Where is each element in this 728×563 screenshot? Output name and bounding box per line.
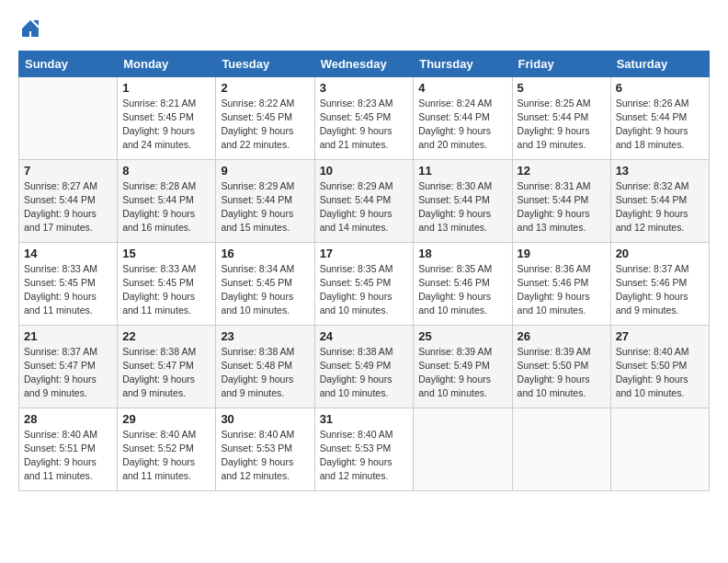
calendar-week-row: 7Sunrise: 8:27 AMSunset: 5:44 PMDaylight…	[19, 159, 710, 242]
day-number: 29	[122, 412, 210, 426]
day-info: Sunrise: 8:35 AMSunset: 5:46 PMDaylight:…	[418, 262, 506, 318]
page-header	[18, 15, 710, 43]
day-info: Sunrise: 8:35 AMSunset: 5:45 PMDaylight:…	[320, 262, 409, 318]
day-info: Sunrise: 8:40 AMSunset: 5:53 PMDaylight:…	[221, 428, 309, 484]
calendar-cell	[610, 408, 709, 490]
calendar-cell: 27Sunrise: 8:40 AMSunset: 5:50 PMDayligh…	[610, 325, 709, 408]
calendar-cell: 7Sunrise: 8:27 AMSunset: 5:44 PMDaylight…	[19, 159, 118, 242]
calendar-cell: 26Sunrise: 8:39 AMSunset: 5:50 PMDayligh…	[512, 325, 610, 408]
day-info: Sunrise: 8:39 AMSunset: 5:49 PMDaylight:…	[418, 345, 506, 401]
calendar-cell: 9Sunrise: 8:29 AMSunset: 5:44 PMDaylight…	[216, 159, 314, 242]
day-number: 16	[221, 247, 309, 260]
calendar-cell: 12Sunrise: 8:31 AMSunset: 5:44 PMDayligh…	[512, 159, 610, 242]
day-number: 2	[221, 81, 309, 95]
day-number: 14	[24, 247, 112, 260]
day-number: 24	[320, 329, 409, 343]
calendar-cell: 1Sunrise: 8:21 AMSunset: 5:45 PMDaylight…	[118, 76, 216, 159]
day-info: Sunrise: 8:36 AMSunset: 5:46 PMDaylight:…	[518, 262, 606, 318]
day-info: Sunrise: 8:26 AMSunset: 5:44 PMDaylight:…	[616, 97, 704, 153]
calendar-week-row: 21Sunrise: 8:37 AMSunset: 5:47 PMDayligh…	[19, 325, 710, 408]
weekday-header-friday: Friday	[512, 51, 610, 76]
logo	[18, 18, 40, 43]
day-number: 18	[418, 247, 506, 260]
day-info: Sunrise: 8:21 AMSunset: 5:45 PMDaylight:…	[122, 97, 210, 153]
day-number: 30	[221, 412, 309, 426]
calendar-cell: 16Sunrise: 8:34 AMSunset: 5:45 PMDayligh…	[216, 242, 314, 325]
day-number: 20	[616, 247, 704, 260]
calendar-cell: 2Sunrise: 8:22 AMSunset: 5:45 PMDaylight…	[216, 76, 314, 159]
weekday-header-wednesday: Wednesday	[314, 51, 414, 76]
day-number: 5	[518, 81, 606, 95]
calendar-cell: 31Sunrise: 8:40 AMSunset: 5:53 PMDayligh…	[314, 408, 414, 490]
day-number: 25	[418, 329, 506, 343]
day-info: Sunrise: 8:40 AMSunset: 5:51 PMDaylight:…	[24, 428, 112, 484]
day-number: 7	[24, 164, 112, 178]
calendar-week-row: 14Sunrise: 8:33 AMSunset: 5:45 PMDayligh…	[19, 242, 710, 325]
day-info: Sunrise: 8:37 AMSunset: 5:46 PMDaylight:…	[616, 262, 704, 318]
day-number: 9	[221, 164, 309, 178]
day-info: Sunrise: 8:29 AMSunset: 5:44 PMDaylight:…	[221, 179, 309, 236]
day-info: Sunrise: 8:31 AMSunset: 5:44 PMDaylight:…	[518, 179, 606, 236]
calendar-week-row: 28Sunrise: 8:40 AMSunset: 5:51 PMDayligh…	[19, 408, 710, 490]
calendar-cell: 22Sunrise: 8:38 AMSunset: 5:47 PMDayligh…	[118, 325, 216, 408]
day-info: Sunrise: 8:40 AMSunset: 5:50 PMDaylight:…	[616, 345, 704, 401]
day-info: Sunrise: 8:33 AMSunset: 5:45 PMDaylight:…	[122, 262, 210, 318]
day-number: 17	[320, 247, 409, 260]
weekday-header-thursday: Thursday	[414, 51, 512, 76]
calendar-header-row: SundayMondayTuesdayWednesdayThursdayFrid…	[19, 51, 710, 76]
day-info: Sunrise: 8:34 AMSunset: 5:45 PMDaylight:…	[221, 262, 309, 318]
calendar-cell: 18Sunrise: 8:35 AMSunset: 5:46 PMDayligh…	[414, 242, 512, 325]
calendar-cell: 10Sunrise: 8:29 AMSunset: 5:44 PMDayligh…	[314, 159, 414, 242]
day-info: Sunrise: 8:38 AMSunset: 5:47 PMDaylight:…	[122, 345, 210, 401]
day-info: Sunrise: 8:40 AMSunset: 5:52 PMDaylight:…	[122, 428, 210, 484]
calendar-cell	[19, 76, 118, 159]
day-number: 13	[616, 164, 704, 178]
day-number: 3	[320, 81, 409, 95]
day-info: Sunrise: 8:25 AMSunset: 5:44 PMDaylight:…	[518, 97, 606, 153]
calendar-cell: 3Sunrise: 8:23 AMSunset: 5:45 PMDaylight…	[314, 76, 414, 159]
day-number: 26	[518, 329, 606, 343]
day-number: 11	[418, 164, 506, 178]
day-info: Sunrise: 8:22 AMSunset: 5:45 PMDaylight:…	[221, 97, 309, 153]
day-number: 31	[320, 412, 409, 426]
calendar-cell: 17Sunrise: 8:35 AMSunset: 5:45 PMDayligh…	[314, 242, 414, 325]
day-number: 12	[518, 164, 606, 178]
day-info: Sunrise: 8:38 AMSunset: 5:49 PMDaylight:…	[320, 345, 409, 401]
calendar-week-row: 1Sunrise: 8:21 AMSunset: 5:45 PMDaylight…	[19, 76, 710, 159]
weekday-header-tuesday: Tuesday	[216, 51, 314, 76]
day-number: 27	[616, 329, 704, 343]
calendar-cell: 14Sunrise: 8:33 AMSunset: 5:45 PMDayligh…	[19, 242, 118, 325]
day-number: 1	[122, 81, 210, 95]
calendar-cell: 24Sunrise: 8:38 AMSunset: 5:49 PMDayligh…	[314, 325, 414, 408]
day-number: 8	[122, 164, 210, 178]
day-number: 15	[122, 247, 210, 260]
calendar-cell: 5Sunrise: 8:25 AMSunset: 5:44 PMDaylight…	[512, 76, 610, 159]
day-info: Sunrise: 8:23 AMSunset: 5:45 PMDaylight:…	[320, 97, 409, 153]
calendar-cell: 4Sunrise: 8:24 AMSunset: 5:44 PMDaylight…	[414, 76, 512, 159]
day-info: Sunrise: 8:28 AMSunset: 5:44 PMDaylight:…	[122, 179, 210, 236]
weekday-header-sunday: Sunday	[19, 51, 118, 76]
calendar-cell: 20Sunrise: 8:37 AMSunset: 5:46 PMDayligh…	[610, 242, 709, 325]
day-number: 23	[221, 329, 309, 343]
calendar-cell: 23Sunrise: 8:38 AMSunset: 5:48 PMDayligh…	[216, 325, 314, 408]
weekday-header-monday: Monday	[118, 51, 216, 76]
day-info: Sunrise: 8:39 AMSunset: 5:50 PMDaylight:…	[518, 345, 606, 401]
day-number: 10	[320, 164, 409, 178]
day-number: 28	[24, 412, 112, 426]
calendar-cell	[512, 408, 610, 490]
day-info: Sunrise: 8:33 AMSunset: 5:45 PMDaylight:…	[24, 262, 112, 318]
day-info: Sunrise: 8:29 AMSunset: 5:44 PMDaylight:…	[320, 179, 409, 236]
day-info: Sunrise: 8:27 AMSunset: 5:44 PMDaylight:…	[24, 179, 112, 236]
day-info: Sunrise: 8:37 AMSunset: 5:47 PMDaylight:…	[24, 345, 112, 401]
calendar-cell: 29Sunrise: 8:40 AMSunset: 5:52 PMDayligh…	[118, 408, 216, 490]
day-number: 21	[24, 329, 112, 343]
calendar-cell: 13Sunrise: 8:32 AMSunset: 5:44 PMDayligh…	[610, 159, 709, 242]
weekday-header-saturday: Saturday	[610, 51, 709, 76]
calendar-cell: 11Sunrise: 8:30 AMSunset: 5:44 PMDayligh…	[414, 159, 512, 242]
day-info: Sunrise: 8:40 AMSunset: 5:53 PMDaylight:…	[320, 428, 409, 484]
logo-icon	[20, 18, 40, 39]
calendar-cell: 19Sunrise: 8:36 AMSunset: 5:46 PMDayligh…	[512, 242, 610, 325]
day-info: Sunrise: 8:24 AMSunset: 5:44 PMDaylight:…	[418, 97, 506, 153]
calendar-cell: 30Sunrise: 8:40 AMSunset: 5:53 PMDayligh…	[216, 408, 314, 490]
calendar-table: SundayMondayTuesdayWednesdayThursdayFrid…	[18, 51, 710, 491]
